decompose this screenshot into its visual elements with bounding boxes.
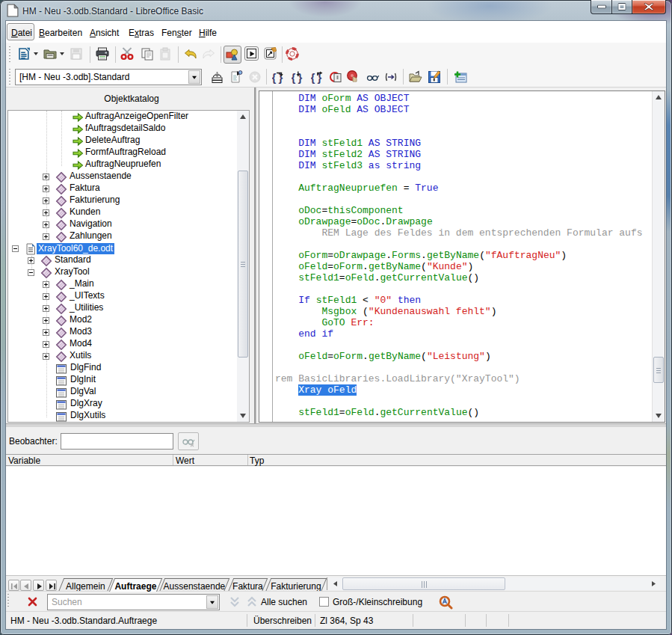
svg-text:{: { (311, 71, 315, 84)
svg-text:{: { (292, 71, 296, 84)
svg-text:{: { (272, 71, 277, 84)
